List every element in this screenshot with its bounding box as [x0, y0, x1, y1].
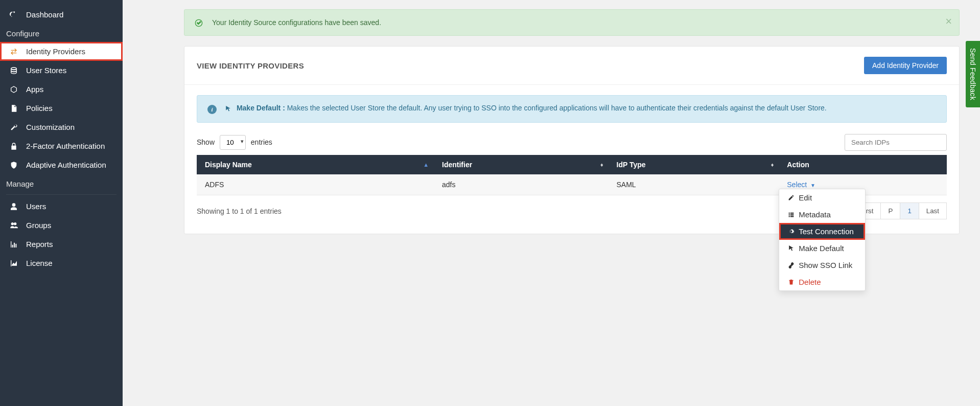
sidebar-item-customization[interactable]: Customization [0, 118, 123, 137]
sidebar-heading-configure: Configure [0, 24, 123, 42]
panel-header: VIEW IDENTITY PROVIDERS Add Identity Pro… [184, 47, 959, 85]
send-feedback-tab[interactable]: Send Feedback [966, 41, 980, 107]
sidebar-label: User Stores [26, 66, 66, 75]
sidebar-label: Adaptive Authentication [26, 161, 106, 169]
sidebar-item-identity-providers[interactable]: Identity Providers [0, 42, 123, 61]
wrench-icon [8, 123, 19, 131]
caret-down-icon: ▼ [810, 183, 815, 188]
sidebar-heading-manage: Manage [0, 174, 123, 192]
search-input[interactable] [845, 134, 947, 151]
sidebar-item-2fa[interactable]: 2-Factor Authentication [0, 137, 123, 155]
col-identifier[interactable]: Identifier ♦ [434, 155, 608, 174]
show-label-post: entries [251, 138, 272, 146]
sidebar-item-dashboard[interactable]: Dashboard [0, 5, 123, 24]
cell-identifier: adfs [434, 174, 608, 195]
pager-page-1[interactable]: 1 [900, 202, 919, 219]
info-title: Make Default : [237, 104, 285, 112]
dropdown-show-sso[interactable]: Show SSO Link [779, 257, 865, 274]
panel-body: i Make Default : Makes the selected User… [184, 85, 959, 234]
dropdown-test-connection[interactable]: Test Connection [779, 223, 865, 240]
sidebar-label: License [26, 259, 53, 267]
success-alert: Your Identity Source configurations have… [184, 9, 960, 36]
panel-view-idp: VIEW IDENTITY PROVIDERS Add Identity Pro… [184, 46, 960, 234]
sidebar-item-adaptive-auth[interactable]: Adaptive Authentication [0, 155, 123, 174]
info-icon: i [207, 105, 217, 114]
add-identity-provider-button[interactable]: Add Identity Provider [864, 57, 947, 74]
lock-icon [8, 142, 19, 150]
user-icon [8, 202, 19, 211]
cell-idp-type: SAML [609, 174, 779, 195]
pager-last[interactable]: Last [919, 202, 947, 219]
dropdown-metadata[interactable]: Metadata [779, 206, 865, 223]
sidebar-item-groups[interactable]: Groups [0, 216, 123, 235]
shield-icon [8, 161, 19, 169]
pager: First P 1 Last [853, 202, 947, 219]
sidebar-label: Users [26, 202, 46, 211]
sort-icon: ♦ [771, 162, 774, 168]
sidebar-label: Policies [26, 104, 53, 112]
sidebar-item-users[interactable]: Users [0, 197, 123, 216]
check-circle-icon [195, 18, 203, 27]
sidebar-label: Customization [26, 123, 75, 131]
info-callout: i Make Default : Makes the selected User… [197, 95, 947, 123]
idp-table: Display Name ▲ Identifier ♦ IdP Type ♦ [197, 155, 947, 195]
chart-area-icon [8, 259, 19, 267]
length-control: Show 10 entries [197, 135, 272, 150]
sidebar-item-policies[interactable]: Policies [0, 99, 123, 118]
dropdown-make-default[interactable]: Make Default [779, 240, 865, 257]
sidebar-divider [6, 194, 116, 195]
table-info: Showing 1 to 1 of 1 entries [197, 207, 282, 215]
alert-message: Your Identity Source configurations have… [212, 18, 381, 27]
sidebar: Dashboard Configure Identity Providers U… [0, 0, 123, 406]
panel-title: VIEW IDENTITY PROVIDERS [197, 61, 304, 70]
users-icon [8, 221, 19, 230]
edit-icon [786, 194, 796, 201]
pager-prev[interactable]: P [881, 202, 900, 219]
dashboard-icon [8, 11, 19, 19]
cube-icon [8, 85, 19, 94]
action-select-toggle[interactable]: Select ▼ [787, 181, 815, 189]
trash-icon [786, 279, 796, 285]
sidebar-item-apps[interactable]: Apps [0, 80, 123, 99]
cursor-icon [786, 245, 796, 252]
sidebar-label: 2-Factor Authentication [26, 142, 105, 150]
dropdown-edit[interactable]: Edit [779, 189, 865, 206]
sort-asc-icon: ▲ [423, 162, 429, 168]
col-action: Action [779, 155, 947, 174]
page-size-select[interactable]: 10 [220, 135, 246, 150]
sidebar-label: Apps [26, 85, 43, 94]
cell-action: Select ▼ Edit [779, 174, 947, 195]
col-idp-type[interactable]: IdP Type ♦ [609, 155, 779, 174]
table-row: ADFS adfs SAML Select ▼ [197, 174, 947, 195]
exchange-icon [8, 48, 19, 56]
list-icon [786, 211, 796, 218]
show-label-pre: Show [197, 138, 215, 146]
database-icon [8, 66, 19, 75]
sidebar-label: Groups [26, 221, 51, 230]
sidebar-item-license[interactable]: License [0, 254, 123, 273]
sidebar-label: Identity Providers [26, 47, 85, 56]
sidebar-label: Reports [26, 240, 53, 249]
table-header-row: Display Name ▲ Identifier ♦ IdP Type ♦ [197, 155, 947, 174]
cogs-icon [786, 228, 796, 235]
table-controls: Show 10 entries [197, 134, 947, 151]
col-display-name[interactable]: Display Name ▲ [197, 155, 434, 174]
dropdown-delete[interactable]: Delete [779, 274, 865, 290]
cell-display-name: ADFS [197, 174, 434, 195]
link-icon [786, 262, 796, 268]
document-icon [8, 104, 19, 112]
sidebar-label: Dashboard [26, 10, 63, 19]
chart-icon [8, 240, 19, 249]
info-body: Makes the selected User Store the defaul… [287, 104, 827, 112]
cursor-icon [225, 104, 231, 112]
sidebar-item-user-stores[interactable]: User Stores [0, 61, 123, 80]
alert-close-button[interactable]: × [945, 15, 952, 28]
sort-icon: ♦ [600, 162, 603, 168]
action-dropdown: Edit Metadata Test Connection [779, 189, 866, 291]
main-content: Your Identity Source configurations have… [123, 0, 980, 406]
sidebar-item-reports[interactable]: Reports [0, 235, 123, 254]
